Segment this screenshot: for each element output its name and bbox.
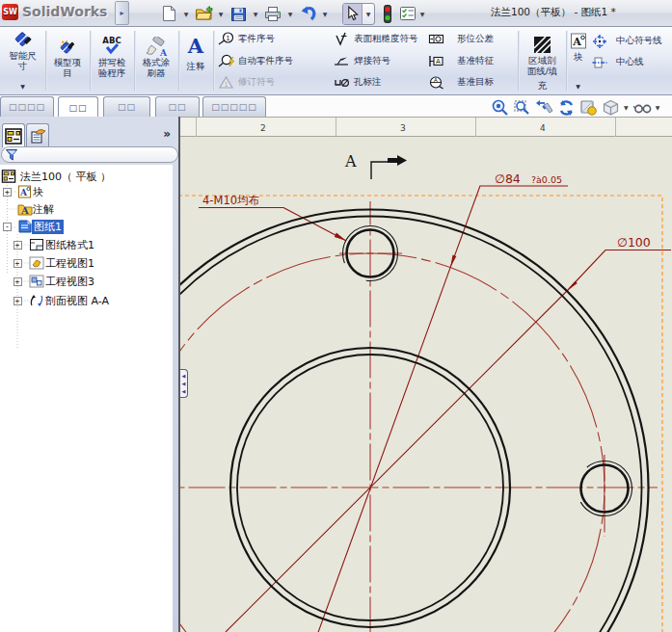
format-painter-button[interactable]: A 格式涂 刷器 [134, 28, 178, 95]
property-manager-tab[interactable] [26, 123, 49, 146]
print-dropdown[interactable]: ▼ [284, 3, 296, 25]
tree-item-drawing-view1[interactable]: + 工程视图1 [0, 255, 178, 271]
icon-glyph: A [436, 58, 441, 66]
area-hatch-label-2: 面线/填 [519, 66, 566, 76]
select-button[interactable]: ▼ [342, 3, 375, 25]
dim-text: 4-M10均布 [202, 194, 260, 207]
new-document-dropdown[interactable]: ▼ [180, 3, 192, 25]
collapse-arrow-icon: ◀ [182, 380, 186, 387]
undo-button[interactable] [296, 3, 319, 25]
toolbar-expander-button[interactable]: ▸ [115, 1, 129, 25]
select-cursor-section[interactable] [343, 4, 362, 24]
expander[interactable]: - [3, 223, 12, 231]
expander[interactable]: + [13, 277, 22, 286]
zone-separator [615, 118, 616, 137]
block-folder-icon: A [17, 185, 33, 198]
redraw-icon[interactable] [557, 99, 576, 117]
bolt-circle-centerline[interactable] [180, 253, 605, 632]
zoom-to-area-icon[interactable] [513, 99, 531, 117]
section-view-icon [29, 294, 44, 307]
model-items-button[interactable]: 模型项 目 [45, 28, 90, 95]
section-line-indicator[interactable]: A [344, 152, 407, 179]
save-button[interactable] [227, 3, 250, 25]
geometric-tolerance-label: 形位公差 [457, 33, 494, 45]
block-button[interactable]: A 块 ▼ [566, 28, 590, 95]
tab-annotation[interactable]: □□ [58, 96, 98, 118]
spell-checker-button[interactable]: ABC 拼写检 验程序 [90, 28, 134, 95]
zone-separator [196, 118, 197, 137]
select-dropdown[interactable]: ▼ [362, 4, 374, 24]
weld-symbol-button[interactable]: 焊接符号 [334, 53, 390, 69]
hole-callout-icon [334, 75, 350, 90]
spell-checker-label-2: 验程序 [90, 67, 134, 78]
new-document-button[interactable] [157, 3, 180, 25]
tree-filter-input[interactable] [1, 146, 178, 163]
tree-item-drawing-view3[interactable]: + 工程视图3 [0, 274, 178, 289]
balloon-button[interactable]: 1 零件序号 [218, 31, 275, 47]
smart-dimension-button[interactable]: 智能尺 寸 ▼ [0, 28, 45, 95]
tree-item-sheet1[interactable]: - 图纸1 [0, 219, 178, 234]
open-dropdown[interactable]: ▼ [215, 3, 227, 25]
display-style-dropdown[interactable]: ▼ [624, 104, 629, 111]
section-arrow [388, 155, 407, 166]
spell-checker-icon: ABC [99, 35, 124, 56]
block-dropdown[interactable]: ▼ [566, 83, 590, 90]
open-button[interactable] [192, 3, 215, 25]
hide-show-items-icon[interactable] [633, 99, 652, 117]
revision-symbol-button[interactable]: 1 修订符号 [218, 74, 275, 91]
tab-view-layout[interactable]: □□□□ [0, 96, 54, 117]
expander[interactable]: + [3, 188, 12, 197]
area-hatch-button[interactable]: 区域剖 面线/填 充 [519, 28, 566, 95]
drawing-sheet[interactable]: ∅84 ?à0.05 ∅100 4-M10均布 [180, 137, 672, 632]
undo-dropdown[interactable]: ▼ [319, 3, 331, 25]
surface-finish-button[interactable]: 表面粗糙度符号 [334, 31, 418, 47]
datum-feature-icon: A [428, 54, 444, 68]
dimension-holes-note[interactable]: 4-M10均布 [199, 194, 346, 241]
hide-show-dropdown[interactable]: ▼ [656, 104, 660, 111]
tab-sketch[interactable]: □□ [103, 96, 150, 117]
zone-separator [475, 118, 476, 137]
note-button[interactable]: A 注释 [178, 28, 213, 95]
hole-callout-button[interactable]: 孔标注 [334, 74, 382, 91]
previous-view-icon[interactable] [535, 99, 553, 117]
centerline-button[interactable]: 中心线 [592, 54, 644, 70]
tree-item-section-view[interactable]: + 剖面视图 A-A [0, 293, 178, 308]
appearance-icon[interactable] [579, 99, 598, 117]
performance-button[interactable] [382, 3, 393, 25]
options-dropdown[interactable]: ▼ [417, 3, 428, 25]
tree-item-sheet-format1[interactable]: + 图纸格式1 [0, 237, 178, 252]
panel-splitter-handle[interactable]: ◀ ◀ ◀ [180, 369, 188, 398]
tab-office-products[interactable]: □□□□□ [202, 96, 266, 117]
print-button[interactable] [261, 3, 284, 25]
expander[interactable]: + [13, 297, 22, 305]
datum-feature-button[interactable]: A 基准特征 [428, 53, 494, 69]
geometric-tolerance-button[interactable]: 形位公差 [428, 31, 494, 47]
expander[interactable]: + [13, 241, 22, 250]
display-style-icon[interactable] [602, 99, 620, 117]
center-mark-button[interactable]: 中心符号线 [592, 33, 662, 49]
graphics-area[interactable]: 2 3 4 ∅84 [180, 117, 672, 632]
spell-checker-label: 拼写检 [90, 57, 134, 67]
icon-glyph: ABC [102, 36, 121, 45]
tab-evaluate[interactable]: □□ [155, 96, 200, 117]
zoom-to-fit-icon[interactable] [491, 99, 509, 117]
tree-item-block[interactable]: + A 块 [0, 184, 178, 199]
expander[interactable]: + [13, 259, 22, 268]
centerline-label: 中心线 [616, 56, 644, 68]
tree-item-annotations[interactable]: A 注解 [0, 201, 178, 217]
tree-root-item[interactable]: 法兰100（ 平板 ） [0, 169, 178, 184]
auto-balloon-icon [218, 54, 234, 68]
auto-balloon-button[interactable]: 自动零件序号 [218, 53, 293, 69]
dimension-bolt-circle[interactable]: ∅84 ?à0.05 [317, 171, 568, 632]
panel-expand-chevron[interactable]: » [163, 127, 171, 141]
datum-target-button[interactable]: A 基准目标 [428, 74, 494, 91]
feature-manager-tab[interactable] [2, 123, 25, 147]
save-dropdown[interactable]: ▼ [250, 3, 261, 25]
save-icon [230, 6, 247, 22]
smart-dimension-dropdown[interactable]: ▼ [0, 83, 45, 90]
options-button[interactable] [399, 3, 417, 25]
flange-geometry[interactable] [180, 210, 649, 632]
dimension-outer-diameter[interactable]: ∅100 [226, 235, 671, 632]
performance-lights-icon [383, 5, 392, 23]
outer-circle[interactable] [180, 210, 649, 632]
